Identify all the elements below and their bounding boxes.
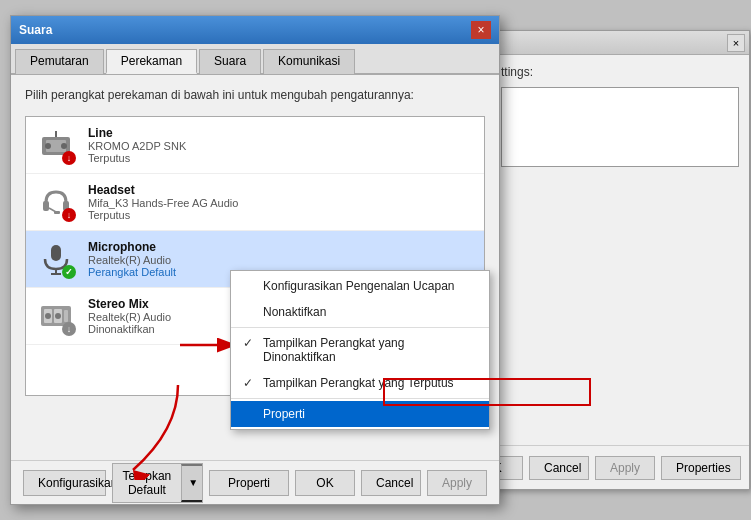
bg-cancel-button[interactable]: Cancel — [529, 456, 589, 480]
context-separator-1 — [231, 327, 489, 328]
dialog-titlebar: Suara × — [11, 16, 499, 44]
set-default-split[interactable]: Tetapkan Default ▼ — [112, 463, 203, 503]
svg-rect-9 — [51, 245, 61, 261]
line-status-badge: ↓ — [62, 151, 76, 165]
tab-pemutaran[interactable]: Pemutaran — [15, 49, 104, 74]
set-default-arrow-button[interactable]: ▼ — [181, 464, 203, 502]
bg-apply-button[interactable]: Apply — [595, 456, 655, 480]
headset-status-badge: ↓ — [62, 208, 76, 222]
dialog-title: Suara — [19, 23, 52, 37]
svg-point-3 — [45, 143, 51, 149]
suara-dialog: Suara × Pemutaran Perekaman Suara Komuni… — [10, 15, 500, 505]
headset-driver: Mifa_K3 Hands-Free AG Audio — [88, 197, 474, 209]
tab-komunikasi[interactable]: Komunikasi — [263, 49, 355, 74]
microphone-name: Microphone — [88, 240, 474, 254]
dialog-description: Pilih perangkat perekaman di bawah ini u… — [25, 87, 485, 104]
context-separator-2 — [231, 398, 489, 399]
device-icon-microphone: ✓ — [36, 239, 76, 279]
svg-rect-5 — [43, 201, 49, 211]
bg-properties-button[interactable]: Properties — [661, 456, 741, 480]
tab-perekaman[interactable]: Perekaman — [106, 49, 197, 74]
headset-status: Terputus — [88, 209, 474, 221]
ok-button[interactable]: OK — [295, 470, 355, 496]
context-item-properties[interactable]: Properti — [231, 401, 489, 427]
bg-close-button[interactable]: × — [727, 34, 745, 52]
dialog-bottom-bar: Konfigurasikan Tetapkan Default ▼ Proper… — [11, 460, 499, 504]
context-item-show-disabled[interactable]: Tampilkan Perangkat yang Dinonaktifkan — [231, 330, 489, 370]
microphone-status-badge: ✓ — [62, 265, 76, 279]
cancel-button[interactable]: Cancel — [361, 470, 421, 496]
context-item-show-disconnected[interactable]: Tampilkan Perangkat yang Terputus — [231, 370, 489, 396]
line-driver: KROMO A2DP SNK — [88, 140, 474, 152]
properties-button[interactable]: Properti — [209, 470, 289, 496]
context-item-disable[interactable]: Nonaktifkan — [231, 299, 489, 325]
context-menu: Konfigurasikan Pengenalan Ucapan Nonakti… — [230, 270, 490, 430]
device-icon-headset: ↓ — [36, 182, 76, 222]
svg-rect-8 — [54, 211, 60, 214]
bg-titlebar: × — [491, 31, 749, 55]
device-item-line[interactable]: ↓ Line KROMO A2DP SNK Terputus — [26, 117, 484, 174]
dialog-close-button[interactable]: × — [471, 21, 491, 39]
headset-name: Headset — [88, 183, 474, 197]
bg-bottom-bar: OK Cancel Apply Properties — [491, 445, 749, 489]
device-icon-line: ↓ — [36, 125, 76, 165]
device-item-headset[interactable]: ↓ Headset Mifa_K3 Hands-Free AG Audio Te… — [26, 174, 484, 231]
line-name: Line — [88, 126, 474, 140]
set-default-button[interactable]: Tetapkan Default — [113, 464, 182, 502]
svg-point-4 — [61, 143, 67, 149]
configure-button[interactable]: Konfigurasikan — [23, 470, 106, 496]
apply-button[interactable]: Apply — [427, 470, 487, 496]
context-item-configure[interactable]: Konfigurasikan Pengenalan Ucapan — [231, 273, 489, 299]
bg-content: ttings: — [491, 55, 749, 177]
svg-rect-17 — [64, 310, 68, 322]
line-info: Line KROMO A2DP SNK Terputus — [88, 126, 474, 164]
bg-settings-label: ttings: — [501, 65, 739, 79]
line-status: Terputus — [88, 152, 474, 164]
device-icon-stereomix: ↓ — [36, 296, 76, 336]
tab-suara[interactable]: Suara — [199, 49, 261, 74]
svg-point-15 — [45, 313, 51, 319]
headset-info: Headset Mifa_K3 Hands-Free AG Audio Terp… — [88, 183, 474, 221]
background-window: × ttings: OK Cancel Apply Properties — [490, 30, 750, 490]
microphone-driver: Realtek(R) Audio — [88, 254, 474, 266]
bg-settings-box — [501, 87, 739, 167]
tab-bar: Pemutaran Perekaman Suara Komunikasi — [11, 44, 499, 75]
svg-point-16 — [55, 313, 61, 319]
stereomix-status-badge: ↓ — [62, 322, 76, 336]
